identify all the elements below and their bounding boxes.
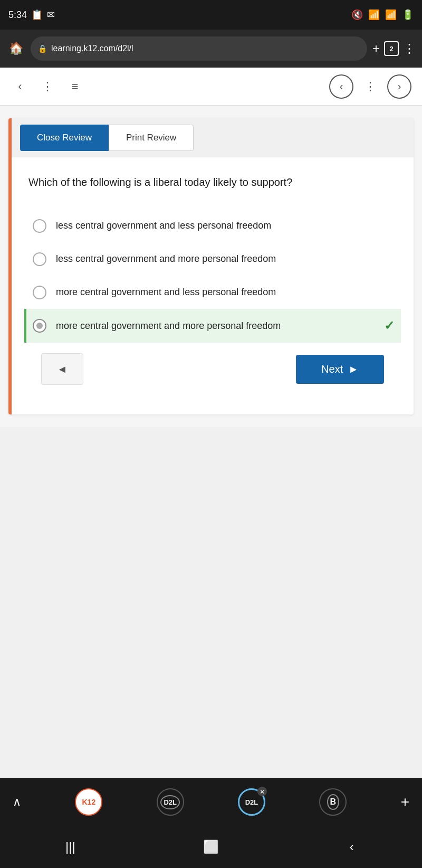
quiz-card: Close Review Print Review Which of the f… bbox=[8, 118, 414, 414]
previous-page-button[interactable]: ‹ bbox=[329, 74, 353, 99]
back-button[interactable]: ‹ bbox=[11, 77, 30, 96]
status-left: 5:34 📋 ✉ bbox=[8, 9, 55, 21]
radio-d[interactable] bbox=[33, 319, 46, 333]
radio-c[interactable] bbox=[33, 286, 46, 299]
mute-icon: 🔇 bbox=[351, 9, 363, 21]
d2l2-app-icon[interactable]: D2L bbox=[238, 788, 265, 816]
question-area: Which of the following is a liberal toda… bbox=[12, 157, 414, 414]
add-tab-button[interactable]: + bbox=[401, 794, 409, 810]
next-page-button[interactable]: › bbox=[387, 74, 411, 99]
time-display: 5:34 bbox=[8, 10, 27, 21]
hamburger-menu-button[interactable]: ≡ bbox=[65, 77, 84, 96]
nav-dots-button[interactable]: ⋮ bbox=[361, 77, 380, 96]
dots-menu-button[interactable]: ⋮ bbox=[38, 77, 57, 96]
main-content: Close Review Print Review Which of the f… bbox=[0, 106, 422, 427]
lock-icon: 🔒 bbox=[38, 44, 47, 53]
home-system-button[interactable]: ⬜ bbox=[195, 836, 227, 857]
browser-actions: + 2 ⋮ bbox=[372, 41, 416, 56]
signal-icon: 📶 bbox=[385, 9, 397, 21]
option-b-text: less central government and more persona… bbox=[56, 252, 392, 266]
review-buttons: Close Review Print Review bbox=[12, 118, 414, 157]
option-a[interactable]: less central government and less persona… bbox=[28, 209, 397, 242]
d2l1-app-icon[interactable]: D2L bbox=[157, 788, 184, 816]
nav-left: ‹ ⋮ ≡ bbox=[11, 77, 84, 96]
browser-bar: 🏠 🔒 learning.k12.com/d2l/l + 2 ⋮ bbox=[0, 30, 422, 68]
option-c[interactable]: more central government and less persona… bbox=[28, 276, 397, 309]
battery-icon: 🔋 bbox=[402, 9, 414, 21]
d2l1-label: D2L bbox=[160, 795, 180, 809]
quiz-navigation: ◄ Next ► bbox=[28, 343, 397, 402]
correct-checkmark-icon: ✓ bbox=[384, 318, 395, 333]
options-list: less central government and less persona… bbox=[28, 209, 397, 343]
k12-label: K12 bbox=[82, 798, 95, 806]
system-navigation: ||| ⬜ ‹ bbox=[0, 826, 422, 868]
next-label: Next bbox=[321, 363, 343, 375]
radio-b[interactable] bbox=[33, 252, 46, 266]
bright-label: B bbox=[327, 794, 340, 810]
bottom-app-bar: ∧ K12 D2L D2L B + bbox=[0, 778, 422, 826]
recent-apps-button[interactable]: ||| bbox=[54, 836, 86, 857]
url-text: learning.k12.com/d2l/l bbox=[51, 44, 133, 53]
mail-icon: ✉ bbox=[47, 9, 55, 21]
status-right: 🔇 📶 📶 🔋 bbox=[351, 9, 414, 21]
chevron-up-icon[interactable]: ∧ bbox=[13, 795, 21, 809]
tab-count[interactable]: 2 bbox=[384, 41, 399, 56]
next-arrow-icon: ► bbox=[348, 363, 359, 375]
option-d[interactable]: more central government and more persona… bbox=[24, 309, 401, 343]
url-bar[interactable]: 🔒 learning.k12.com/d2l/l bbox=[31, 36, 367, 61]
close-review-button[interactable]: Close Review bbox=[20, 125, 109, 151]
back-system-button[interactable]: ‹ bbox=[336, 836, 368, 857]
nav-right: ‹ ⋮ › bbox=[329, 74, 411, 99]
previous-button[interactable]: ◄ bbox=[41, 353, 83, 385]
d2l2-label: D2L bbox=[245, 798, 258, 806]
top-navigation: ‹ ⋮ ≡ ‹ ⋮ › bbox=[0, 68, 422, 106]
k12-app-icon[interactable]: K12 bbox=[75, 788, 102, 816]
home-button[interactable]: 🏠 bbox=[6, 39, 25, 58]
print-review-button[interactable]: Print Review bbox=[109, 125, 194, 151]
add-tab-button[interactable]: + bbox=[372, 41, 380, 56]
bright-app-icon[interactable]: B bbox=[319, 788, 347, 816]
option-a-text: less central government and less persona… bbox=[56, 219, 392, 233]
option-b[interactable]: less central government and more persona… bbox=[28, 242, 397, 276]
question-text: Which of the following is a liberal toda… bbox=[28, 174, 397, 190]
wifi-icon: 📶 bbox=[368, 9, 380, 21]
prev-arrow-icon: ◄ bbox=[57, 363, 68, 375]
screenshot-icon: 📋 bbox=[31, 9, 43, 21]
option-c-text: more central government and less persona… bbox=[56, 285, 392, 299]
radio-a[interactable] bbox=[33, 219, 46, 233]
option-d-text: more central government and more persona… bbox=[56, 319, 375, 333]
browser-menu-button[interactable]: ⋮ bbox=[403, 41, 416, 56]
next-button[interactable]: Next ► bbox=[296, 355, 384, 384]
status-bar: 5:34 📋 ✉ 🔇 📶 📶 🔋 bbox=[0, 0, 422, 30]
